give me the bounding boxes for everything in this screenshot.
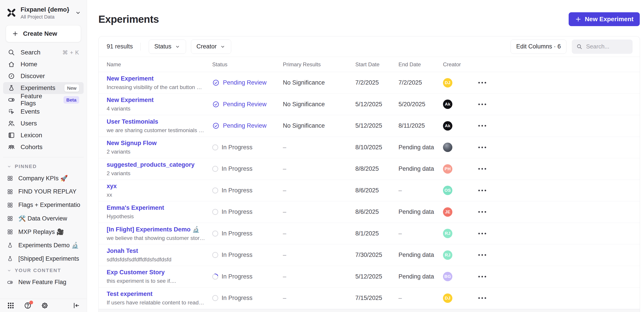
- page-header: Experiments New Experiment: [87, 0, 644, 36]
- row-menu-button[interactable]: [476, 274, 488, 280]
- edit-columns-button[interactable]: Edit Columns · 6: [510, 39, 566, 54]
- experiments-card: 91 results Status Creator Edit Column: [98, 36, 640, 312]
- name-cell: Jonah Testsdfdsfdsfsdfdffdfdsfsdfdsfd: [107, 248, 212, 263]
- row-menu-button[interactable]: [476, 166, 488, 172]
- end-date: –: [398, 295, 443, 302]
- new-experiment-button[interactable]: New Experiment: [569, 12, 640, 26]
- collapse-sidebar-button[interactable]: [72, 302, 80, 310]
- table-row[interactable]: User Testimonialswe are sharing customer…: [98, 115, 640, 137]
- table-row[interactable]: Exp Customer Storythis experiment is to …: [98, 266, 640, 288]
- status-filter-button[interactable]: Status: [149, 39, 186, 54]
- table-row[interactable]: Test experimentIf users have relatable c…: [98, 288, 640, 309]
- sidebar-item-lexicon[interactable]: Lexicon: [3, 130, 84, 141]
- workspace-subtitle: All Project Data: [20, 14, 69, 20]
- sidebar-item-users[interactable]: Users: [3, 118, 84, 130]
- primary-results: –: [283, 165, 355, 172]
- creator-avatar-photo: [443, 143, 452, 152]
- experiment-link[interactable]: xyx: [107, 183, 206, 190]
- status-cell: Pending Review: [212, 79, 283, 86]
- status-progress-icon: [212, 187, 218, 193]
- row-menu-button[interactable]: [476, 209, 488, 215]
- creator-filter-button[interactable]: Creator: [191, 39, 231, 54]
- primary-results-value: No Significance: [283, 122, 325, 129]
- experiment-link[interactable]: suggested_products_category: [107, 161, 206, 168]
- workspace-name: Fixpanel {demo}: [20, 6, 69, 13]
- sidebar-item-mxp-replays[interactable]: MXP Replays 🎥: [0, 225, 87, 239]
- row-menu-button[interactable]: [476, 295, 488, 301]
- sidebar-item-discover[interactable]: Discover: [3, 70, 84, 82]
- status-label: Pending Review: [223, 101, 266, 108]
- table-row[interactable]: New Experiment4 variantsPending ReviewNo…: [98, 94, 640, 115]
- board-icon: [7, 229, 14, 235]
- primary-results: –: [283, 252, 355, 258]
- users-icon: [8, 120, 15, 127]
- table-footer: [98, 309, 640, 312]
- sidebar-item-experiments-demo[interactable]: Experiments Demo 🔬: [0, 239, 87, 252]
- primary-results-value: No Significance: [283, 101, 325, 108]
- primary-results: No Significance: [283, 101, 355, 108]
- row-menu-button[interactable]: [476, 187, 488, 193]
- sidebar-item-data-overview[interactable]: 🛠️ Data Overview: [0, 212, 87, 225]
- creator-cell: [443, 143, 476, 152]
- table-row[interactable]: [In Flight] Experiments Demo 🔬we believe…: [98, 223, 640, 245]
- sidebar-item-search[interactable]: Search⌘ + K: [3, 47, 84, 58]
- start-date: 5/12/2025: [355, 273, 398, 280]
- table-row[interactable]: Jonah TestsdfdsfdsfsdfdffdfdsfsdfdsfdIn …: [98, 244, 640, 266]
- primary-results: –: [283, 187, 355, 194]
- name-cell: Exp Customer Storythis experiment is to …: [107, 269, 212, 284]
- experiment-link[interactable]: Exp Customer Story: [107, 269, 206, 276]
- primary-results: –: [283, 144, 355, 151]
- section-header-your-content[interactable]: YOUR CONTENT: [0, 265, 87, 276]
- experiment-link[interactable]: Emma's Experiment: [107, 204, 206, 211]
- row-menu-button[interactable]: [476, 80, 488, 86]
- board-icon: [7, 215, 14, 222]
- creator-avatar: OS: [443, 186, 452, 195]
- sidebar-item-home[interactable]: Home: [3, 58, 84, 70]
- pinned-item-label: New Feature Flag: [18, 279, 66, 286]
- sidebar-item-flags-experimentation-demo[interactable]: Flags + Experimentation Demo ,: [0, 198, 87, 212]
- sidebar-item-label: Home: [20, 61, 37, 68]
- experiment-link[interactable]: New Experiment: [107, 75, 206, 82]
- experiment-link[interactable]: New Experiment: [107, 97, 206, 104]
- row-menu-button[interactable]: [476, 123, 488, 129]
- help-button[interactable]: [24, 302, 32, 310]
- table-row[interactable]: New Signup Flow2 variantsIn Progress–8/1…: [98, 137, 640, 158]
- app-window: Fixpanel {demo} All Project Data Create …: [0, 0, 644, 312]
- end-date-value: Pending data: [398, 144, 434, 151]
- gear-button[interactable]: [41, 302, 49, 310]
- row-menu-button[interactable]: [476, 101, 488, 107]
- apps-grid-button[interactable]: [7, 302, 15, 310]
- search-input[interactable]: [586, 43, 628, 50]
- sidebar-item-company-kpis[interactable]: Company KPIs 🚀: [0, 172, 87, 185]
- table-row[interactable]: xyxxxIn Progress–8/6/2025–OS: [98, 180, 640, 201]
- section-header-pinned[interactable]: PINNED: [0, 161, 87, 172]
- badge-beta: Beta: [64, 96, 79, 104]
- primary-results: –: [283, 295, 355, 302]
- sidebar-item-shipped-experiments-demo[interactable]: [Shipped] Experiments Demo 🖊️: [0, 252, 87, 265]
- experiment-subtitle: xx: [107, 192, 206, 198]
- creator-cell: Ak: [443, 100, 476, 109]
- status-check-icon: [212, 79, 220, 86]
- sidebar-item-cohorts[interactable]: Cohorts: [3, 141, 84, 153]
- experiment-link[interactable]: New Signup Flow: [107, 140, 206, 147]
- row-menu-button[interactable]: [476, 252, 488, 258]
- table-row[interactable]: Emma's ExperimentHypothesisIn Progress–8…: [98, 201, 640, 223]
- sidebar-item-events[interactable]: Events: [3, 106, 84, 118]
- notification-dot: [29, 301, 33, 305]
- experiment-link[interactable]: User Testimonials: [107, 118, 206, 125]
- row-menu-button[interactable]: [476, 231, 488, 237]
- experiment-link[interactable]: Jonah Test: [107, 248, 206, 254]
- workspace-switcher[interactable]: Fixpanel {demo} All Project Data: [0, 0, 87, 24]
- experiment-link[interactable]: Test experiment: [107, 291, 206, 298]
- row-menu-button[interactable]: [476, 145, 488, 151]
- create-new-button[interactable]: Create New: [6, 25, 81, 42]
- plus-icon: [575, 16, 582, 22]
- sidebar-item-experiments[interactable]: ExperimentsNew: [3, 82, 84, 94]
- primary-results: –: [283, 273, 355, 280]
- experiment-link[interactable]: [In Flight] Experiments Demo 🔬: [107, 226, 206, 233]
- table-row[interactable]: New ExperimentIncreasing visibility of t…: [98, 72, 640, 94]
- sidebar-item-find-your-replay[interactable]: FIND YOUR REPLAY: [0, 185, 87, 198]
- sidebar-item-new-feature-flag[interactable]: New Feature Flag: [0, 276, 87, 289]
- sidebar-item-feature-flags[interactable]: Feature FlagsBeta: [3, 94, 84, 106]
- table-row[interactable]: suggested_products_category2 variantsIn …: [98, 158, 640, 180]
